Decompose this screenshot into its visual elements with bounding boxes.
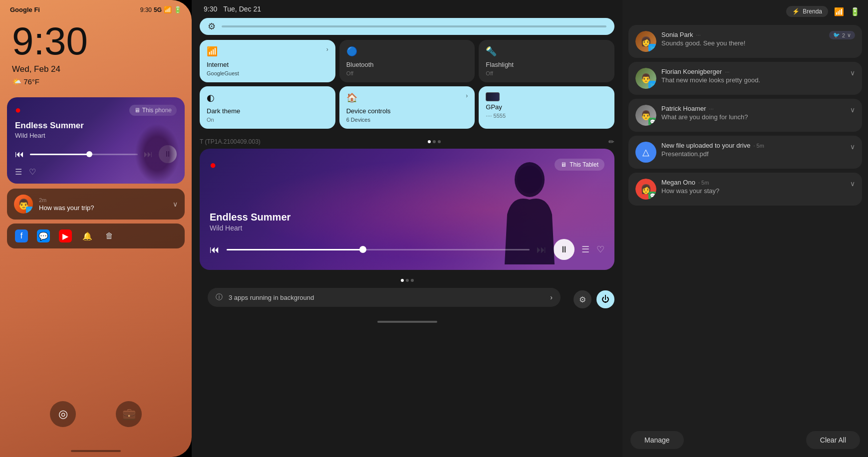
svg-point-1 — [517, 166, 542, 194]
progress-bar[interactable] — [30, 154, 138, 155]
notif-body-5: Megan Ono · 5m How was your stay? — [661, 179, 845, 195]
tablet-settings-button[interactable]: ⚙ — [574, 290, 591, 308]
tablet-queue-button[interactable]: ☰ — [581, 244, 589, 255]
qs-tile-flashlight[interactable]: 🔦 Flashlight Off — [479, 40, 614, 82]
qs-tile-bluetooth[interactable]: 🔵 Bluetooth Off — [339, 40, 475, 82]
heart-icon[interactable]: ♡ — [29, 167, 36, 177]
tablet-progress-bar[interactable] — [227, 249, 530, 250]
tablet-music-content: ● 🖥 This Tablet Endless Summer Wild Hear… — [210, 159, 604, 260]
sender-name-3: Patrick Hoamer — [661, 105, 706, 112]
drive-symbol: △ — [642, 147, 649, 158]
phone-app-tray: f 💬 ▶ 🔔 🗑 — [7, 224, 185, 248]
phone-carrier: Google Fi — [10, 6, 40, 13]
sender-dots-3: ··· — [709, 106, 714, 112]
brightness-row[interactable]: ⚙ — [200, 18, 614, 35]
phone-home-indicator — [71, 450, 121, 452]
phone-notif-text: How was your trip? — [39, 204, 167, 212]
clear-all-button[interactable]: Clear All — [806, 431, 860, 449]
qs-tile-dark-theme[interactable]: ◐ Dark theme On — [200, 86, 335, 129]
prev-button[interactable]: ⏮ — [15, 149, 24, 160]
bg-apps-row: ⓘ 3 apps running in background › ⚙ ⏻ — [200, 286, 614, 313]
flashlight-sub: Off — [486, 70, 607, 76]
progress-thumb[interactable] — [86, 151, 92, 157]
notif-item-2[interactable]: 👨 🐦 Florian Koenigberger ··· That new mo… — [628, 62, 862, 95]
expand-chevron-4[interactable]: ∨ — [850, 143, 855, 151]
tablet-yt-music-icon: ● — [210, 159, 216, 172]
notification-panel: ⚡ Brenda 📶 🔋 👩 🐦 Sonia Park ··· Sounds g… — [622, 0, 868, 457]
page-dot-3 — [411, 279, 414, 282]
badge-count-1: 2 — [842, 32, 845, 38]
page-dot-2 — [406, 279, 409, 282]
twitter-badge-2: 🐦 — [648, 81, 656, 89]
manage-button[interactable]: Manage — [630, 431, 684, 449]
bg-apps-bar[interactable]: ⓘ 3 apps running in background › — [208, 288, 561, 307]
tablet-heart-button[interactable]: ♡ — [596, 244, 604, 255]
notif-sender-1: Sonia Park ··· — [661, 31, 824, 38]
notification-list: 👩 🐦 Sonia Park ··· Sounds good. See you … — [622, 21, 868, 426]
notif-body-1: Sonia Park ··· Sounds good. See you ther… — [661, 31, 824, 47]
internet-arrow[interactable]: › — [326, 46, 328, 53]
sender-name-1: Sonia Park — [661, 31, 693, 38]
notif-avatar-5: 👩 💬 — [635, 179, 656, 200]
signal-indicator: 9:30 — [140, 6, 152, 13]
notif-panel-actions: Manage Clear All — [622, 426, 868, 457]
dark-theme-sub: On — [207, 117, 328, 123]
gpay-card-icon — [486, 92, 500, 101]
twitter-icon-badge: 🐦 — [833, 32, 840, 38]
sender-name-5: Megan Ono — [661, 179, 695, 186]
qs-tile-device-controls[interactable]: 🏠 › Device controls 6 Devices — [339, 86, 475, 129]
bg-apps-text: 3 apps running in background — [229, 294, 544, 301]
queue-icon[interactable]: ☰ — [15, 167, 22, 177]
tablet-time: 9:30 — [204, 5, 217, 13]
phone-status-bar: Google Fi 9:30 5G 📶 🔋 — [0, 0, 192, 17]
build-row: T (TP1A.2100409.003) ✏ — [192, 135, 622, 149]
qs-tile-gpay[interactable]: GPay ···· 5555 — [479, 86, 614, 129]
expand-chevron-3[interactable]: ∨ — [850, 106, 855, 114]
wifi-icon: 📶 — [834, 7, 844, 16]
trash-icon[interactable]: 🗑 — [103, 229, 116, 242]
tablet-home-indicator — [377, 321, 437, 323]
build-number: T (TP1A.2100409.003) — [200, 138, 261, 145]
twitter-badge-1: 🐦 — [648, 44, 656, 52]
youtube-icon[interactable]: ▶ — [59, 229, 72, 242]
tablet-music-card[interactable]: ● 🖥 This Tablet Endless Summer Wild Hear… — [200, 149, 614, 270]
drive-icon: △ — [635, 142, 656, 163]
sender-dots-2: ··· — [725, 69, 729, 75]
notif-actions-1: 🐦 2 ∨ — [829, 31, 855, 39]
phone-notif-avatar: 👨 🐦 — [14, 195, 33, 214]
device-controls-arrow[interactable]: › — [466, 92, 468, 99]
notif-item-3[interactable]: 👨 💬 Patrick Hoamer ··· What are you doin… — [628, 99, 862, 132]
briefcase-button[interactable]: 💼 — [116, 401, 142, 427]
tablet-power-button[interactable]: ⏻ — [596, 290, 614, 308]
device-controls-sub: 6 Devices — [346, 117, 468, 123]
bell-icon[interactable]: 🔔 — [81, 229, 94, 242]
notif-expand-icon[interactable]: ∨ — [173, 200, 178, 208]
notif-sender-3: Patrick Hoamer ··· — [661, 105, 845, 112]
page-dot-active — [401, 279, 404, 282]
notif-item-4[interactable]: △ New file uploaded to your drive · 5m P… — [628, 136, 862, 169]
notif-time: 2m — [39, 197, 46, 203]
brightness-slider[interactable] — [222, 25, 606, 27]
network-type: 5G — [154, 6, 162, 13]
phone-music-card[interactable]: ● 🖥 This phone Endless Summer Wild Heart… — [7, 97, 185, 184]
qs-tile-internet[interactable]: 📶 › Internet GoogleGuest — [200, 40, 335, 82]
sender-name-2: Florian Koenigberger — [661, 68, 722, 75]
qs-grid: 📶 › Internet GoogleGuest 🔵 Bluetooth Off… — [200, 40, 614, 129]
fingerprint-button[interactable]: ◎ — [50, 401, 76, 427]
notif-item-5[interactable]: 👩 💬 Megan Ono · 5m How was your stay? ∨ — [628, 173, 862, 206]
tablet-status-bar: 9:30 Tue, Dec 21 — [192, 0, 622, 18]
phone-notification-card[interactable]: 👨 🐦 2m How was your trip? ∨ — [7, 189, 185, 220]
progress-fill — [30, 154, 89, 155]
expand-chevron-2[interactable]: ∨ — [850, 69, 855, 77]
messenger-icon[interactable]: 💬 — [37, 229, 50, 242]
edit-icon[interactable]: ✏ — [608, 138, 614, 146]
tablet-prev-button[interactable]: ⏮ — [210, 244, 220, 255]
expand-chevron-5[interactable]: ∨ — [850, 180, 855, 188]
notif-item-1[interactable]: 👩 🐦 Sonia Park ··· Sounds good. See you … — [628, 25, 862, 58]
facebook-icon[interactable]: f — [15, 229, 28, 242]
tablet-panel: 9:30 Tue, Dec 21 ⚙ 📶 › Internet GoogleGu… — [192, 0, 622, 457]
bluetooth-label: Bluetooth — [346, 61, 468, 68]
tablet-progress-thumb[interactable] — [359, 246, 366, 253]
dot-2 — [433, 140, 436, 143]
dot-3 — [438, 140, 441, 143]
